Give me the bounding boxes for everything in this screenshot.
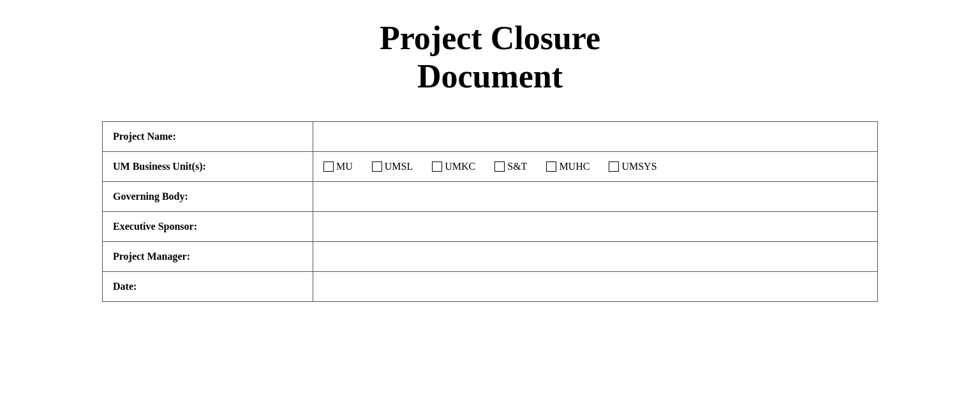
- checkbox-box[interactable]: [372, 161, 382, 172]
- page-container: Project Closure Document Project Name:UM…: [0, 0, 980, 397]
- title-section: Project Closure Document: [102, 13, 878, 96]
- field-value: [313, 271, 878, 301]
- field-value: [313, 241, 878, 271]
- form-row: Governing Body:: [103, 181, 878, 211]
- checkbox-item[interactable]: MUHC: [546, 161, 590, 172]
- form-row: Project Name:: [103, 121, 878, 151]
- field-label: UM Business Unit(s):: [103, 151, 313, 181]
- checkbox-label: MUHC: [559, 161, 590, 172]
- checkbox-item[interactable]: UMSYS: [609, 161, 657, 172]
- form-row: Executive Sponsor:: [103, 211, 878, 241]
- checkbox-box[interactable]: [432, 161, 442, 172]
- field-value: [313, 121, 878, 151]
- checkbox-box[interactable]: [494, 161, 505, 172]
- form-table: Project Name:UM Business Unit(s):MUUMSLU…: [102, 121, 878, 302]
- page-title: Project Closure Document: [102, 19, 878, 96]
- checkbox-item[interactable]: UMSL: [372, 161, 413, 172]
- checkbox-box[interactable]: [546, 161, 556, 172]
- field-value[interactable]: MUUMSLUMKCS&TMUHCUMSYS: [313, 151, 878, 181]
- checkbox-item[interactable]: MU: [323, 161, 353, 172]
- checkbox-item[interactable]: S&T: [494, 161, 527, 172]
- checkbox-box[interactable]: [323, 161, 334, 172]
- checkbox-label: UMSYS: [621, 161, 657, 172]
- checkbox-box[interactable]: [609, 161, 619, 172]
- field-label: Project Manager:: [103, 241, 313, 271]
- field-label: Project Name:: [103, 121, 313, 151]
- form-row: Project Manager:: [103, 241, 878, 271]
- checkbox-group: MUUMSLUMKCS&TMUHCUMSYS: [323, 161, 867, 172]
- field-value: [313, 181, 878, 211]
- checkbox-label: UMSL: [385, 161, 413, 172]
- field-label: Governing Body:: [103, 181, 313, 211]
- field-label: Date:: [103, 271, 313, 301]
- checkbox-label: S&T: [507, 161, 527, 172]
- checkbox-item[interactable]: UMKC: [432, 161, 475, 172]
- checkbox-label: UMKC: [445, 161, 475, 172]
- form-row: Date:: [103, 271, 878, 301]
- field-value: [313, 211, 878, 241]
- form-row: UM Business Unit(s):MUUMSLUMKCS&TMUHCUMS…: [103, 151, 878, 181]
- field-label: Executive Sponsor:: [103, 211, 313, 241]
- checkbox-label: MU: [336, 161, 353, 172]
